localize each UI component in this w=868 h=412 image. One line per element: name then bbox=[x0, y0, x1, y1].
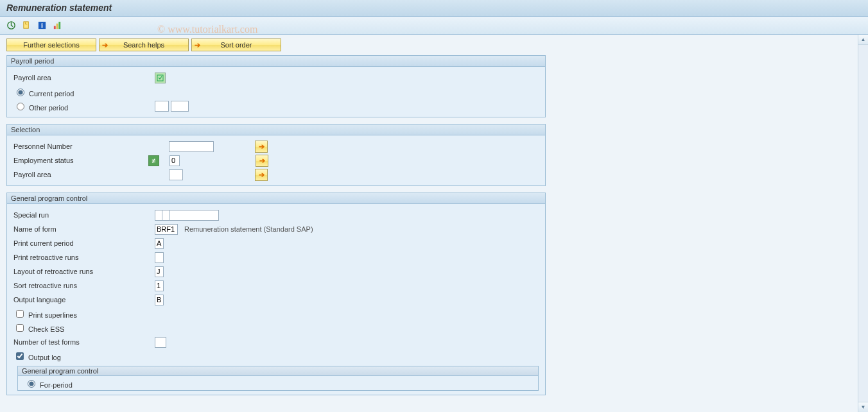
output-log-checkbox[interactable] bbox=[16, 352, 24, 360]
sel-payroll-area-label: Payroll area bbox=[13, 171, 159, 178]
name-of-form-desc: Remuneration statement (Standard SAP) bbox=[184, 225, 313, 233]
selection-buttons-row: Further selections ➔ Search helps ➔ Sort… bbox=[6, 39, 546, 51]
info-icon[interactable]: i bbox=[36, 20, 48, 31]
variant-icon[interactable] bbox=[21, 20, 32, 31]
layout-retro-label: Layout of retroactive runs bbox=[13, 268, 155, 275]
print-superlines-row[interactable]: Print superlines bbox=[13, 308, 77, 320]
output-lang-label: Output language bbox=[13, 296, 155, 304]
other-period-input-2[interactable] bbox=[171, 101, 189, 112]
sort-retro-input[interactable] bbox=[155, 280, 164, 291]
stats-icon[interactable] bbox=[51, 20, 63, 31]
output-log-label: Output log bbox=[28, 354, 61, 361]
svg-rect-1 bbox=[23, 22, 28, 28]
other-period-label: Other period bbox=[29, 104, 68, 112]
other-period-radio[interactable] bbox=[17, 103, 24, 110]
employment-status-input[interactable] bbox=[169, 155, 180, 166]
execute-icon[interactable] bbox=[5, 20, 17, 31]
multiple-selection-button[interactable]: ➔ bbox=[255, 169, 268, 181]
print-superlines-checkbox[interactable] bbox=[16, 310, 24, 318]
output-lang-input[interactable] bbox=[155, 295, 164, 305]
check-ess-label: Check ESS bbox=[28, 325, 64, 333]
multiple-selection-button[interactable]: ➔ bbox=[255, 141, 268, 153]
lookup-icon[interactable] bbox=[155, 73, 166, 83]
current-period-label: Current period bbox=[29, 90, 74, 98]
payroll-area-label: Payroll area bbox=[13, 74, 155, 82]
print-retro-input[interactable] bbox=[155, 252, 164, 263]
other-period-radio-row[interactable]: Other period bbox=[13, 101, 155, 112]
personnel-number-label: Personnel Number bbox=[13, 142, 159, 150]
app-toolbar: i bbox=[0, 17, 868, 35]
print-superlines-label: Print superlines bbox=[28, 311, 77, 319]
further-selections-label: Further selections bbox=[23, 41, 79, 49]
multiple-selection-button[interactable]: ➔ bbox=[256, 155, 268, 167]
page-title: Remuneration statement bbox=[6, 3, 112, 13]
arrow-right-icon: ➔ bbox=[102, 41, 108, 49]
special-run-label: Special run bbox=[13, 211, 155, 219]
sort-retro-label: Sort retroactive runs bbox=[13, 282, 155, 289]
svg-rect-5 bbox=[56, 24, 58, 29]
sel-payroll-area-input[interactable] bbox=[169, 169, 183, 180]
sort-order-label: Sort order bbox=[221, 41, 252, 49]
current-period-radio-row[interactable]: Current period bbox=[13, 87, 155, 98]
print-retro-label: Print retroactive runs bbox=[13, 253, 155, 261]
for-period-label: For-period bbox=[40, 381, 73, 389]
check-ess-checkbox[interactable] bbox=[16, 324, 24, 332]
print-current-label: Print current period bbox=[13, 239, 155, 247]
inner-general-header: General program control bbox=[18, 366, 538, 376]
name-of-form-input[interactable] bbox=[155, 224, 178, 235]
num-test-forms-label: Number of test forms bbox=[13, 338, 155, 346]
name-of-form-label: Name of form bbox=[13, 225, 155, 233]
print-current-input[interactable] bbox=[155, 238, 164, 249]
further-selections-button[interactable]: Further selections bbox=[6, 39, 96, 51]
not-equal-icon[interactable]: ≠ bbox=[148, 155, 159, 166]
search-helps-label: Search helps bbox=[123, 41, 164, 49]
for-period-radio-row[interactable]: For-period bbox=[24, 378, 73, 389]
output-log-row[interactable]: Output log bbox=[13, 350, 61, 362]
check-ess-row[interactable]: Check ESS bbox=[13, 322, 64, 334]
general-program-control-group: General program control Special run Name… bbox=[6, 193, 546, 395]
svg-text:i: i bbox=[41, 22, 43, 29]
scroll-up-button[interactable]: ▲ bbox=[858, 35, 868, 45]
general-header: General program control bbox=[7, 193, 545, 204]
special-run-input-3[interactable] bbox=[169, 210, 219, 221]
content-area: Further selections ➔ Search helps ➔ Sort… bbox=[0, 35, 868, 412]
layout-retro-input[interactable] bbox=[155, 266, 164, 277]
vertical-scrollbar[interactable]: ▲ ▼ bbox=[858, 35, 868, 412]
payroll-period-header: Payroll period bbox=[7, 56, 545, 67]
sort-order-button[interactable]: ➔ Sort order bbox=[191, 39, 281, 51]
search-helps-button[interactable]: ➔ Search helps bbox=[99, 39, 189, 51]
other-period-input-1[interactable] bbox=[155, 101, 169, 112]
for-period-radio[interactable] bbox=[28, 380, 35, 388]
svg-rect-6 bbox=[58, 22, 60, 29]
svg-rect-4 bbox=[53, 26, 55, 29]
scroll-down-button[interactable]: ▼ bbox=[858, 402, 868, 412]
num-test-forms-input[interactable] bbox=[155, 337, 166, 348]
current-period-radio[interactable] bbox=[17, 89, 24, 96]
personnel-number-input[interactable] bbox=[169, 141, 214, 152]
payroll-period-group: Payroll period Payroll area Current peri… bbox=[6, 55, 546, 117]
employment-status-label: Employment status bbox=[13, 157, 148, 164]
selection-group: Selection Personnel Number ➔ Employment … bbox=[6, 124, 546, 186]
title-bar: Remuneration statement bbox=[0, 0, 868, 17]
arrow-right-icon: ➔ bbox=[195, 41, 200, 49]
selection-header: Selection bbox=[7, 124, 545, 135]
inner-general-group: General program control For-period bbox=[17, 366, 539, 391]
